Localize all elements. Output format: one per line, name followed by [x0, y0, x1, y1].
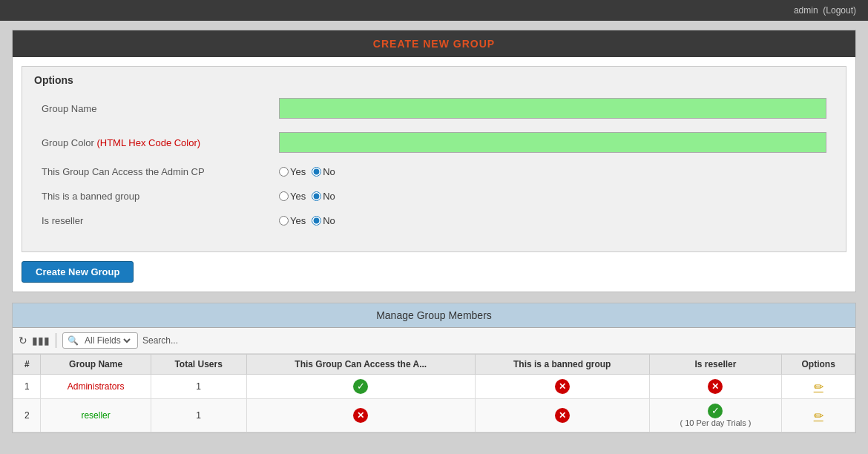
manage-toolbar: ↻ ▮▮▮ 🔍 All Fields Search... — [13, 328, 855, 354]
user-label: admin — [794, 5, 818, 16]
cell-total-users: 1 — [151, 399, 246, 432]
table-row: 2reseller1✕✕✓( 10 Per day Trials )✏ — [13, 399, 855, 432]
banned-no-radio[interactable] — [312, 191, 321, 201]
admin-cp-radio-group: Yes No — [279, 166, 338, 177]
edit-icon[interactable]: ✏ — [814, 409, 823, 422]
group-name-input[interactable] — [279, 98, 826, 119]
search-box: 🔍 All Fields — [62, 332, 138, 349]
col-banned: This is a banned group — [475, 355, 649, 375]
check-icon: ✓ — [353, 379, 368, 394]
admin-cp-row: This Group Can Access the Admin CP Yes N… — [34, 166, 834, 177]
col-admin-cp: This Group Can Access the A... — [246, 355, 475, 375]
search-icon: 🔍 — [68, 335, 79, 346]
top-bar: admin (Logout) — [0, 0, 868, 21]
col-hash: # — [13, 355, 41, 375]
banned-radio-group: Yes No — [279, 191, 338, 202]
create-group-panel: CREATE NEW GROUP Options Group Name Grou… — [12, 30, 856, 292]
cell-admin-cp: ✓ — [246, 375, 475, 399]
manage-header: Manage Group Members — [13, 303, 855, 328]
search-field-select[interactable]: All Fields — [82, 335, 133, 346]
reseller-no-radio[interactable] — [312, 216, 321, 226]
table-row: 1Administrators1✓✕✕✏ — [13, 375, 855, 399]
table-header-row: # Group Name Total Users This Group Can … — [13, 355, 855, 375]
admin-cp-no-radio[interactable] — [312, 167, 321, 177]
cell-admin-cp: ✕ — [246, 399, 475, 432]
logout-link[interactable]: Logout — [826, 5, 853, 16]
group-color-input[interactable] — [279, 132, 826, 153]
reseller-label: Is reseller — [42, 215, 279, 226]
columns-icon[interactable]: ▮▮▮ — [32, 335, 50, 346]
group-color-label: Group Color (HTML Hex Code Color) — [42, 137, 279, 148]
reseller-row: Is reseller Yes No — [34, 215, 834, 226]
cell-group-name[interactable]: Administrators — [41, 375, 151, 399]
col-total-users: Total Users — [151, 355, 246, 375]
admin-cp-yes-label[interactable]: Yes — [279, 166, 306, 177]
search-button[interactable]: Search... — [142, 335, 178, 346]
admin-cp-yes-radio[interactable] — [279, 167, 289, 177]
groups-table: # Group Name Total Users This Group Can … — [13, 354, 855, 432]
options-box: Options Group Name Group Color (HTML Hex… — [22, 66, 846, 252]
main-content: CREATE NEW GROUP Options Group Name Grou… — [0, 21, 868, 442]
banned-yes-radio[interactable] — [279, 191, 289, 201]
col-options: Options — [782, 355, 855, 375]
create-group-title: CREATE NEW GROUP — [373, 38, 495, 50]
cell-options: ✏ — [782, 399, 855, 432]
reseller-yes-radio[interactable] — [279, 216, 289, 226]
banned-label: This is a banned group — [42, 191, 279, 202]
group-color-row: Group Color (HTML Hex Code Color) — [34, 132, 834, 153]
banned-row: This is a banned group Yes No — [34, 191, 834, 202]
admin-cp-no-label[interactable]: No — [312, 166, 335, 177]
col-group-name: Group Name — [41, 355, 151, 375]
cell-id: 1 — [13, 375, 41, 399]
cell-reseller: ✕ — [649, 375, 782, 399]
x-icon: ✕ — [555, 408, 570, 423]
group-name-link[interactable]: reseller — [81, 410, 110, 421]
banned-yes-label[interactable]: Yes — [279, 191, 306, 202]
options-title: Options — [34, 74, 834, 86]
cell-total-users: 1 — [151, 375, 246, 399]
col-reseller: Is reseller — [649, 355, 782, 375]
x-icon: ✕ — [708, 379, 723, 394]
x-icon: ✕ — [353, 408, 368, 423]
cell-options: ✏ — [782, 375, 855, 399]
group-name-row: Group Name — [34, 98, 834, 119]
reseller-no-label[interactable]: No — [312, 215, 335, 226]
cell-reseller: ✓( 10 Per day Trials ) — [649, 399, 782, 432]
refresh-icon[interactable]: ↻ — [19, 335, 27, 346]
x-icon: ✕ — [555, 379, 570, 394]
cell-banned: ✕ — [475, 375, 649, 399]
toolbar-separator — [56, 333, 56, 348]
reseller-yes-label[interactable]: Yes — [279, 215, 306, 226]
edit-icon[interactable]: ✏ — [814, 381, 823, 393]
cell-id: 2 — [13, 399, 41, 432]
group-name-label: Group Name — [42, 103, 279, 114]
reseller-note: ( 10 Per day Trials ) — [656, 418, 776, 427]
admin-cp-label: This Group Can Access the Admin CP — [42, 166, 279, 177]
check-icon: ✓ — [708, 404, 723, 418]
reseller-radio-group: Yes No — [279, 215, 338, 226]
cell-banned: ✕ — [475, 399, 649, 432]
banned-no-label[interactable]: No — [312, 191, 335, 202]
create-group-header: CREATE NEW GROUP — [13, 30, 855, 57]
manage-group-panel: Manage Group Members ↻ ▮▮▮ 🔍 All Fields … — [12, 303, 856, 433]
create-new-group-button[interactable]: Create New Group — [22, 261, 134, 283]
group-name-link[interactable]: Administrators — [68, 381, 125, 392]
cell-group-name[interactable]: reseller — [41, 399, 151, 432]
